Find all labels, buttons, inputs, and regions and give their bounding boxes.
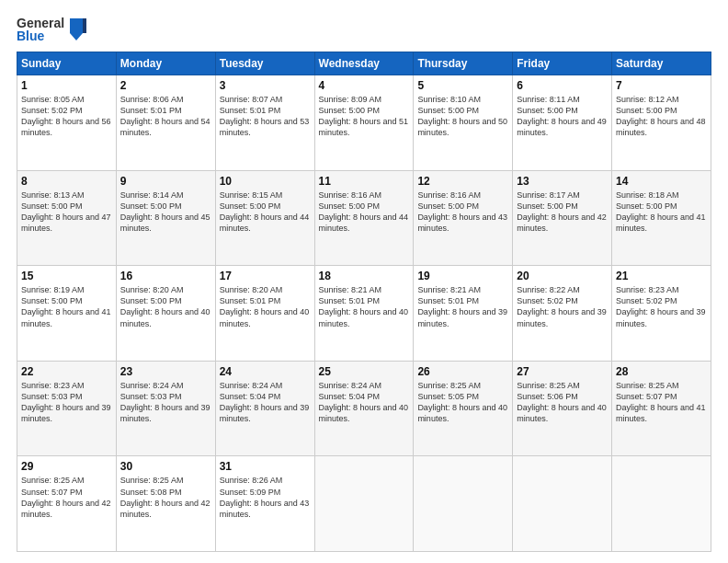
cell-text: Sunrise: 8:06 AMSunset: 5:01 PMDaylight:… — [120, 95, 210, 137]
day-number: 30 — [120, 460, 211, 473]
cell-text: Sunrise: 8:09 AMSunset: 5:00 PMDaylight:… — [319, 95, 409, 137]
calendar-cell: 24Sunrise: 8:24 AMSunset: 5:04 PMDayligh… — [215, 361, 314, 456]
logo-general: General — [17, 17, 64, 29]
weekday-header-monday: Monday — [116, 52, 215, 75]
day-number: 17 — [220, 270, 311, 282]
calendar-cell: 9Sunrise: 8:14 AMSunset: 5:00 PMDaylight… — [116, 170, 215, 266]
day-number: 12 — [417, 175, 508, 188]
weekday-header-sunday: Sunday — [17, 52, 117, 75]
calendar-cell — [314, 456, 414, 552]
day-number: 5 — [417, 79, 508, 92]
day-number: 26 — [417, 365, 508, 378]
cell-text: Sunrise: 8:05 AMSunset: 5:02 PMDaylight:… — [21, 95, 111, 137]
day-number: 1 — [21, 79, 112, 92]
cell-text: Sunrise: 8:13 AMSunset: 5:00 PMDaylight:… — [21, 190, 111, 233]
calendar-cell: 20Sunrise: 8:22 AMSunset: 5:02 PMDayligh… — [513, 266, 612, 362]
calendar-cell: 12Sunrise: 8:16 AMSunset: 5:00 PMDayligh… — [414, 170, 513, 266]
cell-text: Sunrise: 8:22 AMSunset: 5:02 PMDaylight:… — [517, 285, 607, 327]
day-number: 13 — [517, 175, 608, 188]
day-number: 19 — [417, 270, 508, 282]
calendar-cell: 22Sunrise: 8:23 AMSunset: 5:03 PMDayligh… — [17, 361, 117, 456]
cell-text: Sunrise: 8:21 AMSunset: 5:01 PMDaylight:… — [417, 285, 507, 327]
cell-text: Sunrise: 8:25 AMSunset: 5:06 PMDaylight:… — [517, 381, 607, 423]
calendar-cell: 31Sunrise: 8:26 AMSunset: 5:09 PMDayligh… — [215, 456, 314, 552]
day-number: 29 — [21, 460, 112, 473]
calendar-cell: 23Sunrise: 8:24 AMSunset: 5:03 PMDayligh… — [116, 361, 215, 456]
day-number: 31 — [220, 460, 311, 473]
calendar-cell: 11Sunrise: 8:16 AMSunset: 5:00 PMDayligh… — [314, 170, 414, 266]
calendar-cell: 25Sunrise: 8:24 AMSunset: 5:04 PMDayligh… — [314, 361, 414, 456]
calendar-cell: 2Sunrise: 8:06 AMSunset: 5:01 PMDaylight… — [116, 75, 215, 171]
cell-text: Sunrise: 8:18 AMSunset: 5:00 PMDaylight:… — [616, 190, 706, 233]
calendar-cell: 15Sunrise: 8:19 AMSunset: 5:00 PMDayligh… — [17, 266, 117, 362]
cell-text: Sunrise: 8:25 AMSunset: 5:07 PMDaylight:… — [21, 476, 111, 518]
calendar-cell — [612, 456, 711, 552]
logo-blue: Blue — [17, 29, 64, 42]
calendar-cell: 14Sunrise: 8:18 AMSunset: 5:00 PMDayligh… — [612, 170, 711, 266]
day-number: 8 — [21, 175, 112, 188]
calendar-cell: 30Sunrise: 8:25 AMSunset: 5:08 PMDayligh… — [116, 456, 215, 552]
day-number: 24 — [220, 365, 311, 378]
calendar-cell: 16Sunrise: 8:20 AMSunset: 5:00 PMDayligh… — [116, 266, 215, 362]
calendar-cell: 7Sunrise: 8:12 AMSunset: 5:00 PMDaylight… — [612, 75, 711, 171]
svg-marker-0 — [70, 18, 83, 40]
calendar-cell: 21Sunrise: 8:23 AMSunset: 5:02 PMDayligh… — [612, 266, 711, 362]
day-number: 2 — [120, 79, 211, 92]
day-number: 15 — [21, 270, 112, 282]
calendar-cell: 27Sunrise: 8:25 AMSunset: 5:06 PMDayligh… — [513, 361, 612, 456]
calendar-cell — [513, 456, 612, 552]
cell-text: Sunrise: 8:25 AMSunset: 5:07 PMDaylight:… — [616, 381, 706, 423]
cell-text: Sunrise: 8:16 AMSunset: 5:00 PMDaylight:… — [417, 190, 507, 233]
day-number: 21 — [616, 270, 707, 282]
cell-text: Sunrise: 8:21 AMSunset: 5:01 PMDaylight:… — [319, 285, 409, 327]
calendar-cell: 1Sunrise: 8:05 AMSunset: 5:02 PMDaylight… — [17, 75, 117, 171]
calendar-cell: 28Sunrise: 8:25 AMSunset: 5:07 PMDayligh… — [612, 361, 711, 456]
cell-text: Sunrise: 8:20 AMSunset: 5:00 PMDaylight:… — [120, 285, 210, 327]
page: General Blue SundayMondayTuesdayWednesda… — [0, 0, 728, 563]
calendar-table: SundayMondayTuesdayWednesdayThursdayFrid… — [17, 52, 711, 552]
cell-text: Sunrise: 8:25 AMSunset: 5:08 PMDaylight:… — [120, 476, 210, 518]
weekday-header-thursday: Thursday — [414, 52, 513, 75]
calendar-cell: 3Sunrise: 8:07 AMSunset: 5:01 PMDaylight… — [215, 75, 314, 171]
weekday-header-friday: Friday — [513, 52, 612, 75]
calendar-cell: 26Sunrise: 8:25 AMSunset: 5:05 PMDayligh… — [414, 361, 513, 456]
day-number: 22 — [21, 365, 112, 378]
day-number: 16 — [120, 270, 211, 282]
cell-text: Sunrise: 8:24 AMSunset: 5:03 PMDaylight:… — [120, 381, 210, 423]
header: General Blue — [17, 17, 711, 42]
cell-text: Sunrise: 8:19 AMSunset: 5:00 PMDaylight:… — [21, 285, 111, 327]
calendar-cell: 4Sunrise: 8:09 AMSunset: 5:00 PMDaylight… — [314, 75, 414, 171]
day-number: 7 — [616, 79, 707, 92]
week-row-2: 8Sunrise: 8:13 AMSunset: 5:00 PMDaylight… — [17, 170, 711, 266]
day-number: 10 — [220, 175, 311, 188]
calendar-cell: 19Sunrise: 8:21 AMSunset: 5:01 PMDayligh… — [414, 266, 513, 362]
logo: General Blue — [17, 17, 86, 42]
week-row-3: 15Sunrise: 8:19 AMSunset: 5:00 PMDayligh… — [17, 266, 711, 362]
cell-text: Sunrise: 8:25 AMSunset: 5:05 PMDaylight:… — [417, 381, 507, 423]
cell-text: Sunrise: 8:23 AMSunset: 5:02 PMDaylight:… — [616, 285, 706, 327]
weekday-header-tuesday: Tuesday — [215, 52, 314, 75]
weekday-header-row: SundayMondayTuesdayWednesdayThursdayFrid… — [17, 52, 711, 75]
day-number: 14 — [616, 175, 707, 188]
cell-text: Sunrise: 8:15 AMSunset: 5:00 PMDaylight:… — [220, 190, 310, 233]
calendar-cell: 8Sunrise: 8:13 AMSunset: 5:00 PMDaylight… — [17, 170, 117, 266]
day-number: 11 — [319, 175, 410, 188]
week-row-1: 1Sunrise: 8:05 AMSunset: 5:02 PMDaylight… — [17, 75, 711, 171]
day-number: 4 — [319, 79, 410, 92]
cell-text: Sunrise: 8:26 AMSunset: 5:09 PMDaylight:… — [220, 476, 310, 518]
weekday-header-wednesday: Wednesday — [314, 52, 414, 75]
cell-text: Sunrise: 8:17 AMSunset: 5:00 PMDaylight:… — [517, 190, 607, 233]
logo-icon — [66, 17, 86, 42]
day-number: 18 — [319, 270, 410, 282]
cell-text: Sunrise: 8:12 AMSunset: 5:00 PMDaylight:… — [616, 95, 706, 137]
cell-text: Sunrise: 8:20 AMSunset: 5:01 PMDaylight:… — [220, 285, 310, 327]
calendar-cell: 29Sunrise: 8:25 AMSunset: 5:07 PMDayligh… — [17, 456, 117, 552]
day-number: 9 — [120, 175, 211, 188]
calendar-cell: 13Sunrise: 8:17 AMSunset: 5:00 PMDayligh… — [513, 170, 612, 266]
calendar-cell — [414, 456, 513, 552]
calendar-cell: 18Sunrise: 8:21 AMSunset: 5:01 PMDayligh… — [314, 266, 414, 362]
cell-text: Sunrise: 8:16 AMSunset: 5:00 PMDaylight:… — [319, 190, 409, 233]
calendar-cell: 5Sunrise: 8:10 AMSunset: 5:00 PMDaylight… — [414, 75, 513, 171]
cell-text: Sunrise: 8:23 AMSunset: 5:03 PMDaylight:… — [21, 381, 111, 423]
calendar-cell: 17Sunrise: 8:20 AMSunset: 5:01 PMDayligh… — [215, 266, 314, 362]
